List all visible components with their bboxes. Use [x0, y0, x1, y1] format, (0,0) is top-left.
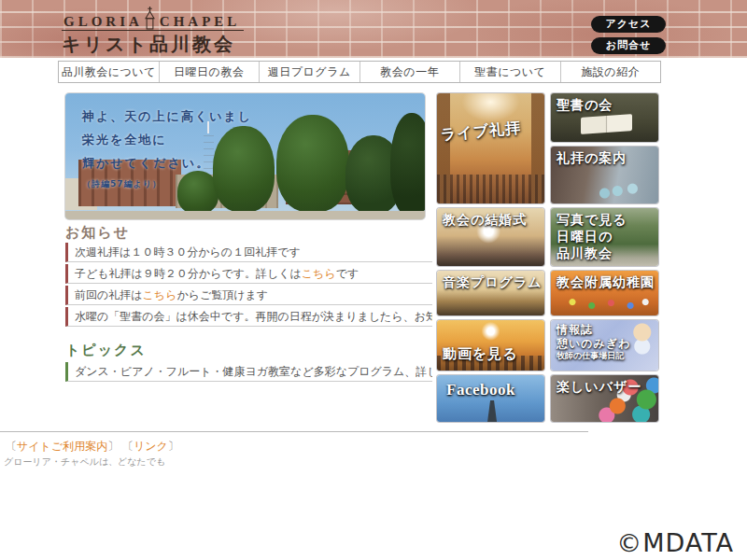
contact-button[interactable]: お問合せ: [591, 37, 666, 54]
tile-bible-group[interactable]: 聖書の会: [551, 93, 658, 142]
news-item-text: 次週礼拝は１０時３０分からの１回礼拝です: [75, 245, 301, 259]
tile-facebook[interactable]: Facebook: [437, 375, 544, 422]
bracket: 〔: [122, 440, 134, 453]
tile-label-line: ライブ礼拝: [440, 117, 541, 145]
tile-label-line: 品川教会: [557, 245, 627, 261]
news-heading: お知らせ: [65, 224, 130, 242]
news-item-text: 前回の礼拝は: [75, 288, 143, 301]
tile-label-line: 情報誌: [557, 323, 630, 337]
hero-scripture-line: 神よ、天の上に高くいまし: [82, 105, 252, 128]
tile-label-line: 楽しいバザー: [557, 378, 641, 395]
hero-scripture-source: （詩編57編より）: [82, 178, 252, 190]
topics-item-text: ダンス・ピアノ・フルート・健康ヨガ教室など多彩なプログラム、詳しくは: [75, 365, 432, 378]
tile-label: 聖書の会: [557, 96, 613, 113]
nav-item-facilities[interactable]: 施設の紹介: [560, 62, 661, 82]
nav-item-about-bible[interactable]: 聖書について: [459, 62, 560, 82]
tile-label-line: 日曜日の: [557, 228, 627, 245]
hero-banner: 神よ、天の上に高くいまし 栄光を全地に 輝かせてください。 （詩編57編より）: [65, 93, 425, 219]
tile-label-line: 教会附属幼稚園: [557, 273, 655, 290]
logo-text-chapel: CHAPEL: [160, 15, 241, 29]
tile-label-line: 聖書の会: [557, 96, 613, 113]
nav-item-sunday-church[interactable]: 日曜日の教会: [159, 62, 260, 82]
tile-label: 教会附属幼稚園: [557, 273, 655, 290]
page: GLORIA CHAPEL キリスト品川教会 アクセス お問合せ 品川教会につい…: [0, 0, 747, 560]
tile-label: 情報誌 憩いのみぎわ 牧師の仕事場日記: [557, 323, 630, 361]
tile-label-line: 礼拝の案内: [557, 149, 627, 166]
tile-label: 動画を見る: [443, 345, 518, 364]
tile-label: Facebook: [446, 380, 515, 400]
tile-label: 写真で見る 日曜日の 品川教会: [557, 211, 627, 262]
news-item: 子ども礼拝は９時２０分からです。詳しくはこちらです: [65, 264, 432, 284]
footer-divider: [0, 431, 588, 432]
nav-item-about[interactable]: 品川教会について: [59, 62, 159, 82]
news-item: 前回の礼拝はこちらからご覧頂けます: [65, 286, 432, 305]
topics-item: ダンス・ピアノ・フルート・健康ヨガ教室など多彩なプログラム、詳しくはこちらです: [65, 362, 432, 382]
tile-label-line: 音楽プログラム: [443, 273, 543, 290]
tile-label: ライブ礼拝: [440, 117, 541, 145]
watermark: ©MDATA: [616, 528, 734, 557]
tile-music-program[interactable]: 音楽プログラム: [437, 271, 544, 315]
logo-text-gloria: GLORIA: [63, 15, 143, 29]
tile-label-line: Facebook: [446, 380, 515, 400]
hero-scripture-line: 輝かせてください。: [82, 151, 252, 175]
tile-label-line: 写真で見る: [557, 211, 627, 228]
tile-label-line: 憩いのみぎわ: [557, 337, 630, 351]
news-item: 水曜の「聖書の会」は休会中です。再開の日程が決まりましたら、お知らせ致します。: [65, 307, 432, 327]
news-item-link[interactable]: こちら: [302, 267, 336, 280]
logo-japanese-title: キリスト品川教会: [62, 33, 244, 55]
hero-tree: [276, 115, 349, 212]
nav-item-church-year[interactable]: 教会の一年: [359, 62, 460, 82]
tile-label-line: 動画を見る: [443, 345, 518, 364]
tile-label: 礼拝の案内: [557, 149, 627, 166]
footer-link-links[interactable]: リンク: [134, 440, 168, 453]
nav-item-weekday-program[interactable]: 週日プログラム: [259, 62, 359, 82]
hero-scripture-text: 神よ、天の上に高くいまし 栄光を全地に 輝かせてください。 （詩編57編より）: [82, 105, 252, 190]
bracket: 〔: [6, 440, 17, 453]
bracket: 〕: [107, 440, 119, 453]
tile-label: 音楽プログラム: [443, 273, 543, 290]
logo-english-row: GLORIA CHAPEL: [62, 6, 244, 31]
tile-magazine[interactable]: 情報誌 憩いのみぎわ 牧師の仕事場日記: [551, 320, 658, 371]
site-logo[interactable]: GLORIA CHAPEL キリスト品川教会: [62, 6, 244, 55]
footer-links: 〔サイトご利用案内〕 〔リンク〕: [6, 439, 179, 455]
bracket: 〕: [168, 440, 179, 453]
news-item-link[interactable]: こちら: [143, 288, 177, 301]
tile-label-line: 牧師の仕事場日記: [557, 351, 630, 361]
chapel-icon: [143, 6, 157, 30]
news-item-text: からご覧頂けます: [176, 288, 268, 301]
header: GLORIA CHAPEL キリスト品川教会 アクセス お問合せ: [0, 0, 747, 58]
tile-church-wedding[interactable]: 教会の結婚式: [437, 208, 544, 266]
tile-kindergarten[interactable]: 教会附属幼稚園: [551, 271, 658, 315]
tile-sunday-photos[interactable]: 写真で見る 日曜日の 品川教会: [551, 208, 658, 266]
main-nav: 品川教会について 日曜日の教会 週日プログラム 教会の一年 聖書について 施設の…: [58, 61, 661, 83]
hero-scripture-line: 栄光を全地に: [82, 128, 252, 151]
news-item-text: です: [336, 267, 359, 280]
tile-label: 教会の結婚式: [443, 211, 527, 228]
tile-watch-video[interactable]: 動画を見る: [437, 320, 544, 371]
tile-bazaar[interactable]: 楽しいバザー: [551, 375, 658, 422]
access-button[interactable]: アクセス: [591, 16, 666, 33]
hero-tree: [390, 113, 425, 216]
news-item: 次週礼拝は１０時３０分からの１回礼拝です: [65, 243, 432, 262]
tile-worship-guide[interactable]: 礼拝の案内: [551, 147, 658, 203]
news-item-text: 水曜の「聖書の会」は休会中です。再開の日程が決まりましたら、お知らせ致します。: [75, 310, 432, 323]
tile-live-worship[interactable]: ライブ礼拝: [437, 93, 544, 203]
tile-label-line: 教会の結婚式: [443, 211, 527, 228]
tile-label: 楽しいバザー: [557, 378, 641, 395]
hero-ground: [65, 211, 425, 219]
topics-heading: トピックス: [65, 342, 147, 359]
footer-link-site-guide[interactable]: サイトご利用案内: [17, 440, 107, 453]
news-item-text: 子ども礼拝は９時２０分からです。詳しくは: [75, 267, 302, 280]
footer-note: グローリア・チャペルは、どなたでも: [4, 455, 165, 469]
